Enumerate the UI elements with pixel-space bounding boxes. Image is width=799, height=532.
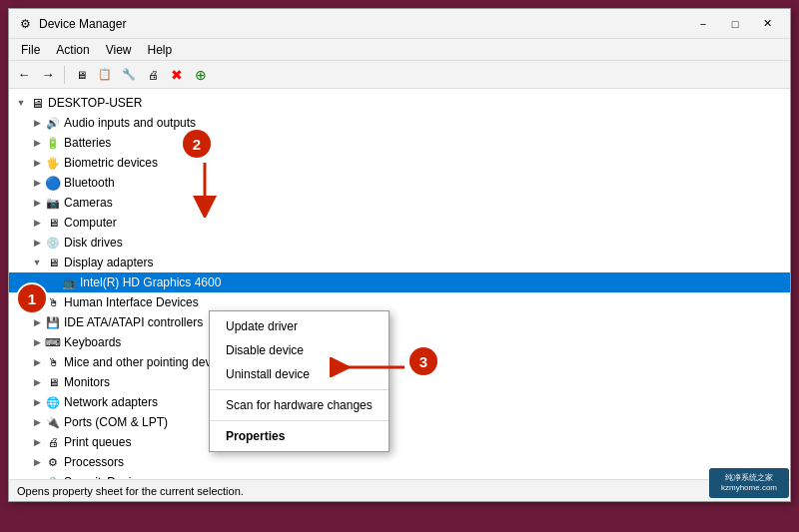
tree-item-bluetooth[interactable]: ▶ 🔵 Bluetooth (9, 173, 790, 193)
menu-help[interactable]: Help (140, 41, 181, 59)
tree-item-audio[interactable]: ▶ 🔊 Audio inputs and outputs (9, 113, 790, 133)
batteries-expander: ▶ (29, 135, 45, 151)
audio-icon: 🔊 (45, 115, 61, 131)
ports-label: Ports (COM & LPT) (64, 415, 168, 429)
processors-label: Processors (64, 455, 124, 469)
tree-item-monitors[interactable]: ▶ 🖥 Monitors (9, 372, 790, 392)
tree-item-keyboards[interactable]: ▶ ⌨ Keyboards (9, 332, 790, 352)
computer-expander: ▶ (29, 215, 45, 231)
toolbar-btn-scan[interactable]: ⊕ (190, 64, 212, 86)
menu-file[interactable]: File (13, 41, 48, 59)
title-bar-icon: ⚙ (17, 16, 33, 32)
toolbar-btn-remove[interactable]: ✖ (166, 64, 188, 86)
processors-expander: ▶ (29, 454, 45, 470)
forward-button[interactable]: → (37, 64, 59, 86)
content-area[interactable]: ▼ 🖥 DESKTOP-USER ▶ 🔊 Audio inputs and ou… (9, 89, 790, 479)
tree-item-network[interactable]: ▶ 🌐 Network adapters (9, 392, 790, 412)
back-button[interactable]: ← (13, 64, 35, 86)
print-expander: ▶ (29, 434, 45, 450)
annotation-2: 2 (183, 130, 211, 158)
ctx-disable-device[interactable]: Disable device (210, 338, 389, 362)
print-icon: 🖨 (45, 434, 61, 450)
tree-item-intel[interactable]: 📺 Intel(R) HD Graphics 4600 (9, 272, 790, 292)
menu-view[interactable]: View (98, 41, 140, 59)
ctx-separator-1 (210, 389, 389, 390)
toolbar-btn-2[interactable]: 📋 (94, 64, 116, 86)
biometric-label: Biometric devices (64, 156, 158, 170)
diskdrives-label: Disk drives (64, 236, 123, 250)
ctx-separator-2 (210, 420, 389, 421)
ctx-properties[interactable]: Properties (210, 424, 389, 448)
displayadapters-label: Display adapters (64, 256, 153, 269)
bluetooth-icon: 🔵 (45, 175, 61, 191)
print-label: Print queues (64, 435, 131, 449)
toolbar-btn-3[interactable]: 🔧 (118, 64, 140, 86)
batteries-icon: 🔋 (45, 135, 61, 151)
bluetooth-expander: ▶ (29, 175, 45, 191)
displayadapters-expander: ▼ (29, 255, 45, 270)
cameras-expander: ▶ (29, 195, 45, 211)
maximize-button[interactable]: □ (720, 14, 750, 34)
security-icon: 🔒 (45, 474, 61, 479)
tree-item-processors[interactable]: ▶ ⚙ Processors (9, 452, 790, 472)
ports-expander: ▶ (29, 414, 45, 430)
root-icon: 🖥 (29, 95, 45, 111)
ide-expander: ▶ (29, 314, 45, 330)
annotation-1: 1 (18, 284, 46, 312)
intel-expander (45, 274, 61, 290)
monitors-icon: 🖥 (45, 374, 61, 390)
watermark: 纯净系统之家 kzmyhome.com (709, 468, 789, 498)
monitors-expander: ▶ (29, 374, 45, 390)
minimize-button[interactable]: − (688, 14, 718, 34)
keyboards-expander: ▶ (29, 334, 45, 350)
ide-label: IDE ATA/ATAPI controllers (64, 315, 203, 329)
cameras-icon: 📷 (45, 195, 61, 211)
tree-item-hid[interactable]: ▶ 🖱 Human Interface Devices (9, 292, 790, 312)
annotation-3: 3 (409, 347, 437, 375)
tree-item-batteries[interactable]: ▶ 🔋 Batteries (9, 133, 790, 153)
computer-icon: 🖥 (45, 215, 61, 231)
tree-item-cameras[interactable]: ▶ 📷 Cameras (9, 193, 790, 213)
hid-icon: 🖱 (45, 294, 61, 310)
batteries-label: Batteries (64, 136, 111, 150)
security-label: SecurityDevices (64, 475, 150, 479)
displayadapters-icon: 🖥 (45, 255, 61, 270)
processors-icon: ⚙ (45, 454, 61, 470)
tree-view: ▼ 🖥 DESKTOP-USER ▶ 🔊 Audio inputs and ou… (9, 89, 790, 479)
ctx-update-driver[interactable]: Update driver (210, 314, 389, 338)
tree-item-mice[interactable]: ▶ 🖱 Mice and other pointing devi... (9, 352, 790, 372)
menu-bar: File Action View Help (9, 39, 790, 61)
tree-item-security[interactable]: ▶ 🔒 SecurityDevices (9, 472, 790, 479)
ctx-uninstall-device[interactable]: Uninstall device (210, 362, 389, 386)
ports-icon: 🔌 (45, 414, 61, 430)
close-button[interactable]: ✕ (752, 14, 782, 34)
watermark-text: 纯净系统之家 kzmyhome.com (721, 473, 777, 494)
tree-item-displayadapters[interactable]: ▼ 🖥 Display adapters (9, 253, 790, 272)
diskdrives-icon: 💿 (45, 235, 61, 251)
root-expander: ▼ (13, 95, 29, 111)
tree-item-biometric[interactable]: ▶ 🖐 Biometric devices (9, 153, 790, 173)
root-label: DESKTOP-USER (48, 96, 142, 110)
intel-icon: 📺 (61, 274, 77, 290)
biometric-icon: 🖐 (45, 155, 61, 171)
ide-icon: 💾 (45, 314, 61, 330)
tree-item-ide[interactable]: ▶ 💾 IDE ATA/ATAPI controllers (9, 312, 790, 332)
tree-item-ports[interactable]: ▶ 🔌 Ports (COM & LPT) (9, 412, 790, 432)
toolbar-btn-1[interactable]: 🖥 (70, 64, 92, 86)
menu-action[interactable]: Action (48, 41, 97, 59)
tree-item-computer[interactable]: ▶ 🖥 Computer (9, 213, 790, 233)
audio-label: Audio inputs and outputs (64, 116, 196, 130)
mice-expander: ▶ (29, 354, 45, 370)
ctx-scan-hardware[interactable]: Scan for hardware changes (210, 393, 389, 417)
window-controls: − □ ✕ (688, 14, 782, 34)
computer-label: Computer (64, 216, 117, 230)
status-bar: Opens property sheet for the current sel… (9, 479, 790, 501)
toolbar-btn-4[interactable]: 🖨 (142, 64, 164, 86)
tree-item-diskdrives[interactable]: ▶ 💿 Disk drives (9, 233, 790, 253)
mice-label: Mice and other pointing devi... (64, 355, 224, 369)
tree-root[interactable]: ▼ 🖥 DESKTOP-USER (9, 93, 790, 113)
intel-label: Intel(R) HD Graphics 4600 (80, 275, 221, 289)
tree-item-print[interactable]: ▶ 🖨 Print queues (9, 432, 790, 452)
keyboards-label: Keyboards (64, 335, 121, 349)
network-expander: ▶ (29, 394, 45, 410)
